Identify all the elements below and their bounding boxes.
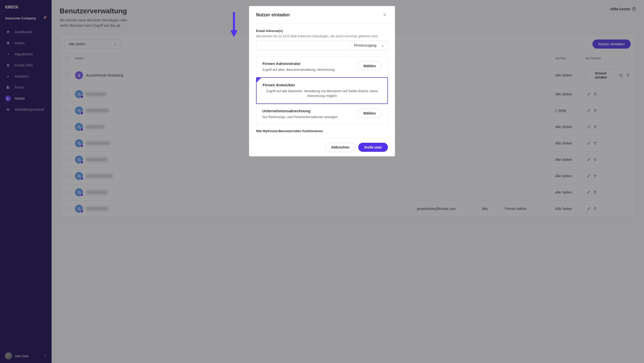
choose-admin-button[interactable]: Wählen [357, 61, 382, 70]
role-options: Firmen Administrator Zugriff auf alles, … [256, 56, 388, 125]
chevron-down-icon: ⌄ [381, 43, 384, 47]
role-admin[interactable]: Firmen Administrator Zugriff auf alles, … [256, 56, 388, 78]
close-icon[interactable] [381, 12, 388, 18]
role-developer[interactable]: Firmen Entwickler Zugriff auf alle Stand… [256, 77, 388, 104]
roles-help-link[interactable]: Wie MyKinsta-Benutzerrollen funktioniere… [256, 129, 388, 133]
email-label: Email Adresse(n) [256, 29, 388, 33]
cancel-button[interactable]: Abbrechen [325, 143, 355, 152]
modal-overlay[interactable]: Nutzer einladen Email Adresse(n) Sie kön… [0, 0, 644, 363]
role-billing[interactable]: Unternehmensabrechnung Nur Rechnungs- un… [256, 104, 388, 125]
svg-marker-14 [230, 30, 237, 37]
submit-invite-button[interactable]: Invite user [358, 143, 388, 152]
annotation-arrow-icon [229, 12, 239, 37]
modal-title: Nutzer einladen [256, 12, 290, 18]
access-type-dropdown[interactable]: Firmenzugang ⌄ [350, 41, 388, 50]
email-input[interactable] [256, 41, 350, 50]
email-hint: Sie können bis zu 10 E-Mail-Adressen hin… [256, 34, 388, 38]
choose-billing-button[interactable]: Wählen [357, 109, 382, 118]
invite-user-modal: Nutzer einladen Email Adresse(n) Sie kön… [249, 6, 395, 156]
